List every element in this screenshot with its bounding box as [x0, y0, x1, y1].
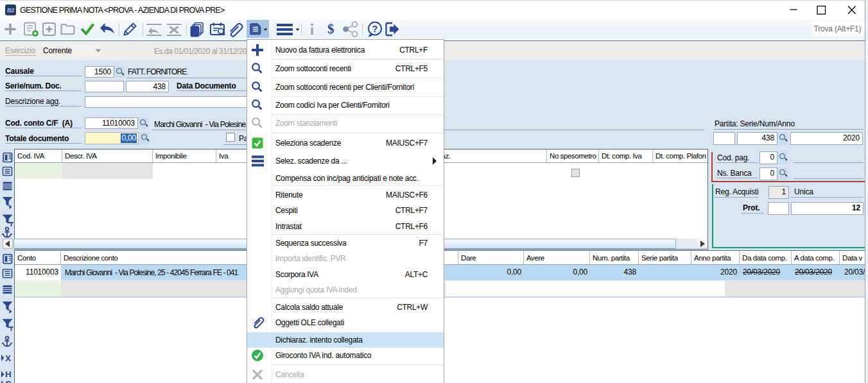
svg-text:?: ? — [372, 24, 378, 34]
svg-text:C: C — [5, 379, 12, 383]
svg-text:$: $ — [327, 21, 334, 37]
svg-text:H: H — [5, 370, 12, 379]
svg-text:X: X — [5, 353, 11, 363]
